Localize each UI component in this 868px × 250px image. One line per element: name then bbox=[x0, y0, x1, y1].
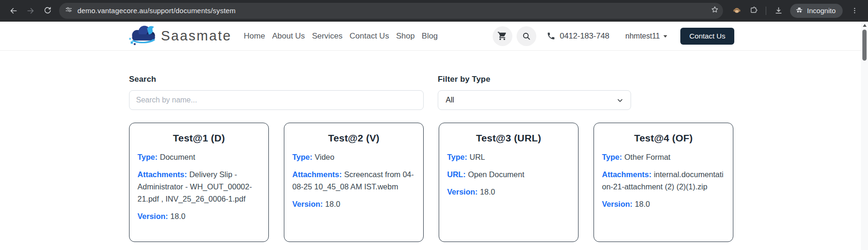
reload-icon[interactable] bbox=[39, 3, 55, 19]
nav-item-services[interactable]: Services bbox=[312, 31, 343, 41]
forward-icon[interactable] bbox=[23, 3, 38, 19]
attachments-label: Attachments: bbox=[292, 170, 342, 179]
card-version-row: Version:18.0 bbox=[602, 198, 725, 210]
card-attachments-row: Attachments:Delivery Slip - Administrato… bbox=[137, 168, 260, 205]
type-filter-select[interactable]: All bbox=[438, 90, 631, 110]
browser-menu-icon[interactable] bbox=[846, 3, 862, 19]
back-icon[interactable] bbox=[6, 3, 22, 19]
card-version-row: Version:18.0 bbox=[447, 186, 570, 198]
search-input[interactable] bbox=[129, 90, 424, 110]
incognito-icon bbox=[795, 6, 803, 16]
card-type-row: Type:Other Format bbox=[602, 151, 725, 163]
brand-logo[interactable]: Saasmate bbox=[128, 24, 232, 48]
version-value: 18.0 bbox=[480, 188, 495, 196]
nav-item-blog[interactable]: Blog bbox=[422, 31, 438, 41]
cart-button[interactable] bbox=[493, 26, 512, 46]
card-type-row: Type:Document bbox=[137, 151, 260, 163]
main-content: Search Filter by Type All Test@1 (D) Typ… bbox=[0, 51, 861, 250]
card-attachments-row: Attachments:Screencast from 04-08-25 10_… bbox=[292, 168, 415, 193]
extensions-puzzle-icon[interactable] bbox=[746, 3, 761, 19]
main-nav: Home About Us Services Contact Us Shop B… bbox=[244, 31, 438, 41]
phone-number: 0412-183-748 bbox=[560, 31, 609, 41]
brand-name: Saasmate bbox=[161, 28, 232, 44]
address-bar[interactable]: demo.vantagecore.au/support/documents/sy… bbox=[59, 3, 723, 19]
bookmark-star-icon[interactable] bbox=[710, 5, 719, 16]
browser-toolbar: demo.vantagecore.au/support/documents/sy… bbox=[0, 0, 868, 22]
search-field-group: Search bbox=[129, 75, 424, 110]
search-button[interactable] bbox=[517, 26, 536, 46]
type-label: Type: bbox=[602, 153, 622, 161]
select-chevron-icon bbox=[616, 96, 624, 104]
nav-item-contact-us[interactable]: Contact Us bbox=[350, 31, 389, 41]
downloads-icon[interactable] bbox=[770, 3, 786, 19]
card-version-row: Version:18.0 bbox=[137, 210, 260, 222]
username: nhmtest11 bbox=[625, 32, 660, 40]
attachments-label: Attachments: bbox=[602, 170, 651, 179]
type-value: Other Format bbox=[624, 153, 670, 161]
document-card-1: Test@1 (D) Type:Document Attachments:Del… bbox=[129, 123, 269, 242]
user-menu[interactable]: nhmtest11 bbox=[625, 32, 668, 40]
type-filter-value: All bbox=[446, 96, 454, 104]
incognito-label: Incognito bbox=[807, 7, 836, 15]
card-title: Test@2 (V) bbox=[292, 133, 415, 144]
card-title: Test@3 (URL) bbox=[447, 133, 570, 144]
attachments-label: Attachments: bbox=[137, 170, 187, 179]
type-label: Type: bbox=[447, 153, 467, 161]
card-version-row: Version:18.0 bbox=[292, 198, 415, 210]
card-title: Test@1 (D) bbox=[137, 133, 260, 144]
document-cards: Test@1 (D) Type:Document Attachments:Del… bbox=[129, 123, 861, 242]
nav-item-shop[interactable]: Shop bbox=[396, 31, 415, 41]
document-card-4: Test@4 (OF) Type:Other Format Attachment… bbox=[594, 123, 733, 242]
filters-row: Search Filter by Type All bbox=[129, 75, 861, 110]
cart-icon bbox=[497, 31, 507, 41]
page-scrollbar[interactable] bbox=[861, 22, 868, 250]
scrollbar-up-arrow-icon[interactable] bbox=[863, 24, 867, 27]
document-card-3: Test@3 (URL) Type:URL URL:Open Document … bbox=[439, 123, 579, 242]
screen: demo.vantagecore.au/support/documents/sy… bbox=[0, 0, 868, 250]
saasmate-cloud-logo-icon bbox=[128, 24, 159, 48]
site-header: Saasmate Home About Us Services Contact … bbox=[0, 22, 861, 51]
nav-item-about-us[interactable]: About Us bbox=[272, 31, 305, 41]
card-attachments-row: Attachments:internal.documentation-21-at… bbox=[602, 168, 725, 193]
url-label: URL: bbox=[447, 170, 465, 179]
monkey-extension-icon[interactable] bbox=[729, 3, 745, 19]
open-document-link[interactable]: Open Document bbox=[468, 170, 524, 179]
scrollbar-thumb[interactable] bbox=[862, 30, 867, 61]
phone-icon bbox=[547, 31, 556, 40]
incognito-badge[interactable]: Incognito bbox=[790, 4, 843, 18]
type-label: Type: bbox=[137, 153, 158, 161]
type-label: Type: bbox=[292, 153, 312, 161]
version-label: Version: bbox=[137, 212, 168, 220]
search-icon bbox=[522, 31, 531, 41]
site-info-icon[interactable] bbox=[65, 6, 73, 16]
version-value: 18.0 bbox=[325, 200, 340, 208]
type-value: URL bbox=[470, 153, 485, 161]
chevron-down-icon bbox=[663, 35, 667, 38]
filter-type-label: Filter by Type bbox=[438, 75, 631, 84]
search-label: Search bbox=[129, 75, 424, 84]
type-filter-group: Filter by Type All bbox=[438, 75, 631, 110]
card-url-row: URL:Open Document bbox=[447, 168, 570, 180]
version-label: Version: bbox=[602, 200, 632, 208]
document-card-2: Test@2 (V) Type:Video Attachments:Screen… bbox=[284, 123, 424, 242]
toolbar-separator bbox=[766, 7, 766, 15]
phone-contact[interactable]: 0412-183-748 bbox=[547, 31, 609, 41]
nav-item-home[interactable]: Home bbox=[244, 31, 265, 41]
type-value: Video bbox=[315, 153, 335, 161]
version-value: 18.0 bbox=[635, 200, 650, 208]
card-title: Test@4 (OF) bbox=[602, 133, 725, 144]
version-label: Version: bbox=[447, 188, 478, 196]
card-type-row: Type:Video bbox=[292, 151, 415, 163]
version-value: 18.0 bbox=[170, 212, 185, 220]
url-text[interactable]: demo.vantagecore.au/support/documents/sy… bbox=[77, 7, 710, 15]
version-label: Version: bbox=[292, 200, 323, 208]
card-type-row: Type:URL bbox=[447, 151, 570, 163]
type-value: Document bbox=[160, 153, 195, 161]
contact-us-button[interactable]: Contact Us bbox=[680, 28, 734, 45]
